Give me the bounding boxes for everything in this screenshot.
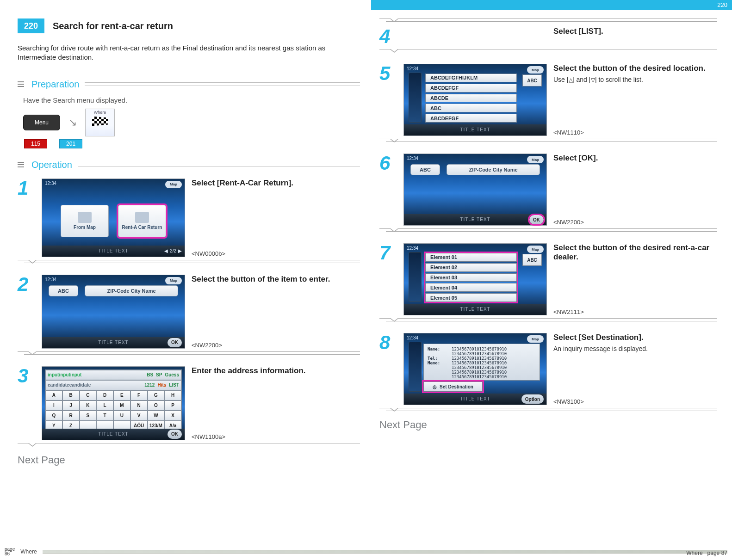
ok-button[interactable]: OK	[529, 215, 544, 224]
list-item[interactable]: ABC	[425, 104, 517, 112]
tel-val: 12345678910123456789​10	[452, 356, 507, 361]
section-number: 220	[18, 18, 44, 33]
key[interactable]: A	[45, 390, 62, 400]
step-number: 5	[379, 64, 398, 136]
ok-button[interactable]: OK	[167, 430, 182, 439]
chevron-down-icon	[390, 228, 399, 232]
rule-line	[85, 82, 360, 86]
list-item[interactable]: Element 03	[425, 273, 517, 282]
where-thumb: Where	[85, 109, 115, 136]
list-item[interactable]: ABCDE	[425, 94, 517, 103]
key[interactable]: H	[164, 390, 181, 400]
key[interactable]: G	[148, 390, 165, 400]
abc-button[interactable]: ABC	[49, 285, 78, 296]
clock-text: 12:34	[45, 277, 56, 282]
footer-right: Where page 87	[686, 550, 727, 556]
key[interactable]: N	[130, 400, 148, 411]
screen-code: <NW2111>	[553, 308, 717, 315]
backspace-key[interactable]: BS	[147, 372, 153, 377]
key[interactable]: P	[164, 400, 181, 411]
key[interactable]: R	[62, 411, 80, 421]
card-label: From Map	[74, 225, 96, 230]
step-separator	[18, 260, 360, 266]
key[interactable]: K	[80, 400, 97, 411]
step-1-screenshot: 12:34 Map From Map Rent-A Car Return ↶ T…	[42, 178, 185, 257]
section-header: 220 Search for rent-a-car return	[18, 18, 360, 33]
next-page-label: Next Page	[18, 454, 360, 466]
memo-val2: 12345678910123456789​10	[452, 365, 507, 370]
key[interactable]: T	[96, 411, 113, 421]
key[interactable]: J	[62, 400, 80, 411]
step-separator	[379, 18, 717, 25]
from-map-card[interactable]: From Map	[61, 205, 109, 237]
clock-text: 12:34	[407, 156, 418, 161]
key[interactable]: X	[164, 411, 181, 421]
step-headline: Select the button of the desired rent-a-…	[553, 243, 717, 262]
space-key[interactable]: SP	[156, 372, 162, 377]
onscreen-keyboard: inputinputinput BS SP Guess candidatecan…	[45, 369, 182, 437]
key[interactable]: E	[113, 390, 130, 400]
abc-button[interactable]: ABC	[410, 164, 440, 175]
abc-button[interactable]: ABC	[522, 254, 542, 266]
list-button[interactable]: LIST	[169, 382, 179, 388]
key[interactable]: M	[113, 400, 130, 411]
chevron-down-icon	[390, 18, 399, 22]
key[interactable]: Q	[45, 411, 62, 421]
zip-city-button[interactable]: ZIP-Code City Name	[85, 285, 178, 296]
key[interactable]: B	[62, 390, 80, 400]
where-thumb-label: Where	[94, 110, 106, 115]
step-number: 4	[379, 27, 398, 46]
guess-key[interactable]: Guess	[165, 372, 179, 377]
key[interactable]: O	[148, 400, 165, 411]
zip-city-button[interactable]: ZIP-Code City Name	[447, 164, 540, 175]
scroll-slider[interactable]	[409, 73, 422, 123]
step-2-screenshot: 12:34 Map ABC ZIP-Code City Name ↶ TITLE…	[42, 275, 185, 349]
key[interactable]: U	[113, 411, 130, 421]
list-item[interactable]: ABCDEFGF	[425, 114, 517, 123]
list-item[interactable]: ABCDEFGF	[425, 84, 517, 92]
list-item[interactable]: Element 01	[425, 253, 517, 262]
map-pill: Map	[165, 277, 182, 284]
hit-count: 1212	[144, 382, 155, 388]
set-destination-button[interactable]: ◎ Set Destination	[423, 382, 483, 392]
key[interactable]: W	[148, 411, 165, 421]
list-item[interactable]: Element 04	[425, 283, 517, 292]
memo-key: Memo:	[428, 361, 449, 365]
title-bar: TITLE TEXT	[42, 337, 185, 348]
key[interactable]: V	[130, 411, 148, 421]
kb-input[interactable]: inputinputinput	[48, 372, 144, 377]
map-pill: Map	[165, 181, 182, 188]
intro-text: Searching for drive route with rent-a-ca…	[18, 43, 351, 62]
ok-button[interactable]: OK	[167, 338, 182, 347]
key[interactable]: I	[45, 400, 62, 411]
key[interactable]: F	[130, 390, 148, 400]
key[interactable]: L	[96, 400, 113, 411]
list-item[interactable]: Element 05	[425, 293, 517, 302]
footer-section-left: Where	[20, 548, 37, 555]
screen-code: <NW2200>	[553, 219, 717, 226]
step-number: 7	[379, 243, 398, 315]
left-column: 220 Search for rent-a-car return Searchi…	[18, 18, 360, 466]
map-pill: Map	[527, 246, 544, 253]
key[interactable]: S	[80, 411, 97, 421]
step-8: 8 12:34 Map Name:12345678910123456789​10…	[379, 333, 717, 405]
step-5-screenshot: 12:34 Map ABC ABCDEFGFHIJKLM ABCDEFGF AB…	[403, 64, 547, 136]
memo-val: 12345678910123456789​10	[452, 361, 507, 365]
scroll-slider[interactable]	[409, 342, 422, 392]
abc-button[interactable]: ABC	[522, 74, 542, 86]
preparation-tags: 115 201	[24, 139, 360, 148]
rent-a-car-return-card[interactable]: Rent-A Car Return	[118, 205, 166, 237]
option-button[interactable]: Option	[521, 394, 544, 404]
next-icon[interactable]: ▶	[178, 248, 182, 253]
scroll-slider[interactable]	[409, 252, 422, 302]
list-item[interactable]: Element 02	[425, 263, 517, 272]
key[interactable]: D	[96, 390, 113, 400]
prev-icon[interactable]: ◀	[164, 248, 168, 253]
pager[interactable]: ◀ 2/2 ▶	[164, 246, 182, 256]
key[interactable]: C	[80, 390, 97, 400]
step-4: 4 Select [LIST].	[379, 27, 717, 46]
map-pill: Map	[527, 156, 544, 163]
footer-rule	[43, 550, 727, 554]
preparation-label: Preparation	[31, 79, 79, 90]
list-item[interactable]: ABCDEFGFHIJKLM	[425, 74, 517, 82]
